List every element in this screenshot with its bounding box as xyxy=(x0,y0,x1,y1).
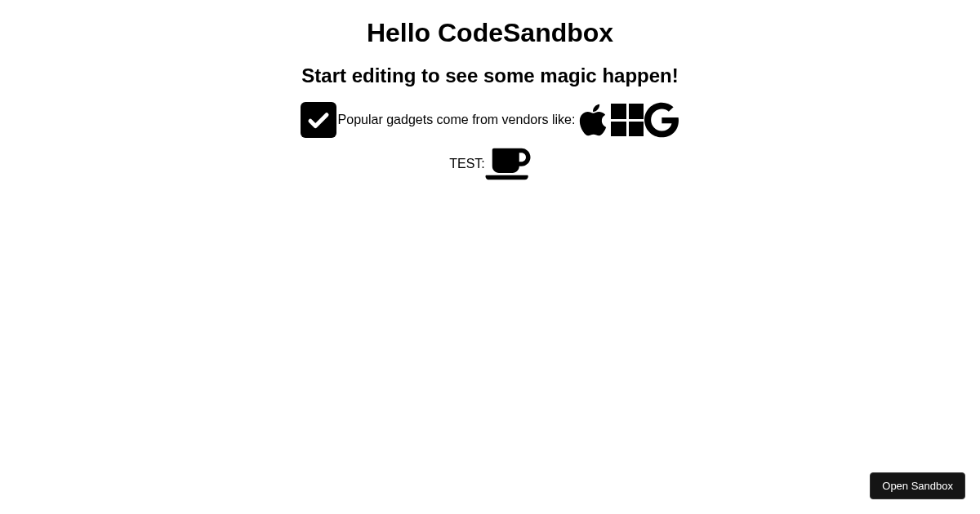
vendors-text: Popular gadgets come from vendors like: xyxy=(338,113,576,127)
coffee-icon xyxy=(485,146,531,182)
apple-icon xyxy=(575,102,611,138)
google-icon xyxy=(644,102,679,138)
microsoft-icon xyxy=(611,104,644,136)
page-title: Hello CodeSandbox xyxy=(0,18,980,48)
check-square-icon xyxy=(301,102,336,138)
vendors-line: Popular gadgets come from vendors like: xyxy=(0,102,980,138)
test-line: TEST: xyxy=(0,146,980,182)
open-sandbox-button[interactable]: Open Sandbox xyxy=(870,472,965,499)
page-subtitle: Start editing to see some magic happen! xyxy=(0,64,980,87)
test-label: TEST: xyxy=(449,157,485,171)
